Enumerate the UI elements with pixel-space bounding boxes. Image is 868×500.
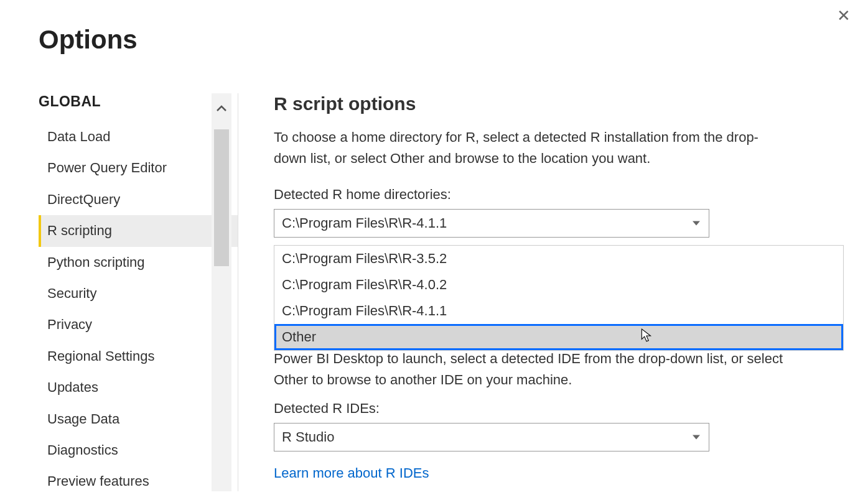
sidebar-item-privacy[interactable]: Privacy — [39, 309, 238, 340]
chevron-down-icon — [693, 221, 700, 226]
mouse-cursor-icon — [641, 328, 652, 343]
sidebar-item-diagnostics[interactable]: Diagnostics — [39, 435, 238, 466]
scroll-up-icon[interactable] — [212, 93, 231, 123]
learn-more-link[interactable]: Learn more about R IDEs — [274, 465, 429, 481]
ide-block: Detected R IDEs: R Studio Learn more abo… — [274, 400, 709, 481]
section-title: R script options — [274, 93, 846, 114]
close-icon[interactable]: ✕ — [837, 6, 851, 25]
sidebar-item-r-scripting[interactable]: R scripting — [39, 215, 238, 246]
sidebar-item-security[interactable]: Security — [39, 278, 238, 309]
home-dir-label: Detected R home directories: — [274, 187, 846, 203]
section-description: To choose a home directory for R, select… — [274, 127, 784, 169]
main-panel: R script options To choose a home direct… — [274, 93, 846, 238]
dropdown-option-r402[interactable]: C:\Program Files\R\R-4.0.2 — [274, 272, 843, 298]
ide-description-partial: Power BI Desktop to launch, select a det… — [274, 348, 809, 391]
dropdown-option-other[interactable]: Other — [274, 324, 843, 350]
sidebar-scrollbar[interactable] — [212, 93, 231, 491]
chevron-down-icon — [693, 435, 700, 440]
sidebar-item-updates[interactable]: Updates — [39, 372, 238, 403]
sidebar-item-python-scripting[interactable]: Python scripting — [39, 247, 238, 278]
sidebar-section-header: GLOBAL — [39, 93, 238, 110]
home-dir-dropdown-list: C:\Program Files\R\R-3.5.2 C:\Program Fi… — [274, 245, 844, 351]
vertical-divider — [238, 93, 238, 491]
page-title: Options — [39, 25, 138, 55]
dropdown-option-r411[interactable]: C:\Program Files\R\R-4.1.1 — [274, 298, 843, 324]
sidebar-item-regional-settings[interactable]: Regional Settings — [39, 341, 238, 372]
dropdown-option-r352[interactable]: C:\Program Files\R\R-3.5.2 — [274, 246, 843, 272]
ide-dropdown[interactable]: R Studio — [274, 423, 709, 451]
sidebar-item-directquery[interactable]: DirectQuery — [39, 184, 238, 215]
ide-label: Detected R IDEs: — [274, 400, 709, 417]
scroll-thumb[interactable] — [214, 129, 229, 266]
sidebar-item-data-load[interactable]: Data Load — [39, 121, 238, 152]
sidebar-item-power-query-editor[interactable]: Power Query Editor — [39, 152, 238, 183]
sidebar: GLOBAL Data Load Power Query Editor Dire… — [39, 93, 238, 491]
sidebar-item-usage-data[interactable]: Usage Data — [39, 404, 238, 435]
home-dir-value: C:\Program Files\R\R-4.1.1 — [282, 215, 447, 231]
home-dir-dropdown[interactable]: C:\Program Files\R\R-4.1.1 — [274, 209, 709, 238]
sidebar-item-preview-features[interactable]: Preview features — [39, 466, 238, 497]
ide-value: R Studio — [282, 429, 334, 445]
